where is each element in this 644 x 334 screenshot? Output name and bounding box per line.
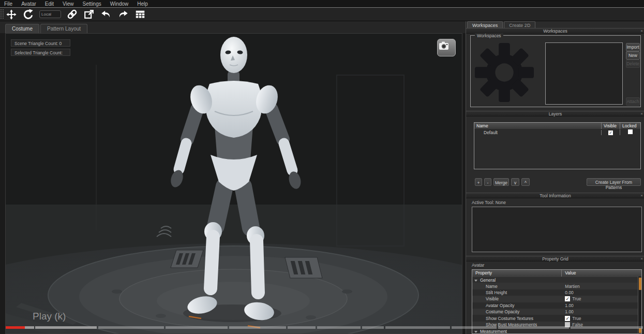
progress-segment: [385, 326, 450, 329]
property-grid-scrollbar[interactable]: [638, 277, 641, 333]
property-row[interactable]: Stilt Height 0.00: [472, 289, 641, 296]
progress-segment: [317, 326, 361, 329]
workspaces-list[interactable]: [545, 42, 623, 105]
menu-file[interactable]: File: [4, 1, 12, 7]
layers-section-header: Layers ×: [466, 111, 644, 117]
merge-layers-button[interactable]: Merge: [493, 178, 509, 186]
property-row[interactable]: Costume Opacity 1.00: [472, 309, 641, 315]
value-checkbox[interactable]: [565, 316, 570, 321]
visible-checkbox[interactable]: [608, 130, 613, 135]
create-layer-from-patterns-button[interactable]: Create Layer From Patterns: [587, 178, 641, 186]
progress-segment: [362, 326, 384, 329]
section-pin-icon[interactable]: ×: [640, 28, 643, 34]
tool-information-box: [472, 207, 642, 252]
app-window: { "menu_bar": { "items": ["File", "Avata…: [0, 0, 644, 334]
progress-segment: [35, 326, 97, 329]
locked-checkbox[interactable]: [628, 129, 633, 134]
column-locked[interactable]: Locked: [620, 123, 640, 129]
property-row[interactable]: Visible True: [472, 296, 641, 302]
menu-avatar[interactable]: Avatar: [21, 1, 36, 7]
viewport-3d[interactable]: Scene Triangle Count: 0 Selected Triangl…: [5, 33, 462, 334]
toolbar-grip[interactable]: [0, 9, 4, 20]
property-row[interactable]: Show Costume Textures True: [472, 315, 641, 321]
redo-button[interactable]: [117, 8, 129, 21]
property-grid-section-header: Property Grid ×: [466, 256, 644, 262]
selected-triangle-count: Selected Triangle Count:: [11, 49, 70, 56]
layer-name: Default: [474, 130, 601, 135]
column-name[interactable]: Name: [474, 123, 601, 129]
rotate-icon: [23, 9, 34, 20]
grid-view-button[interactable]: [134, 8, 146, 21]
progress-segment: [571, 326, 643, 329]
remove-layer-button[interactable]: -: [484, 178, 491, 186]
panel-tab-bar: Workspaces Create 2D: [467, 21, 535, 28]
move-icon: [6, 9, 17, 20]
rotate-tool-button[interactable]: [22, 8, 35, 21]
layer-buttons: + - Merge v ^ Create Layer From Patterns: [474, 178, 641, 186]
value-checkbox[interactable]: [565, 296, 570, 301]
layers-table: Name Visible Locked Default: [474, 122, 641, 169]
scene-triangle-count: Scene Triangle Count: 0: [11, 39, 70, 47]
workspaces-group-label: Workspaces: [475, 33, 503, 38]
move-layer-down-button[interactable]: v: [511, 178, 519, 186]
progress-segment: [288, 326, 316, 329]
export-icon: [83, 9, 95, 20]
new-button[interactable]: New: [626, 51, 640, 60]
main-tab-bar: Costume Pattern Layout: [0, 21, 466, 33]
property-group-row[interactable]: General: [472, 277, 641, 283]
menu-settings[interactable]: Settings: [83, 1, 101, 7]
tab-costume[interactable]: Costume: [5, 24, 39, 33]
tab-pattern-layout[interactable]: Pattern Layout: [40, 24, 87, 33]
property-grid-header-row: Property Value: [472, 270, 641, 277]
layer-row[interactable]: Default: [474, 129, 640, 136]
column-value[interactable]: Value: [562, 270, 641, 277]
camera-icon: [438, 39, 450, 52]
property-grid-table: Property Value General Name Martien Stil…: [472, 269, 642, 334]
attach-button[interactable]: Attach: [626, 97, 640, 106]
tab-create-2d[interactable]: Create 2D: [504, 21, 535, 28]
column-visible[interactable]: Visible: [601, 123, 620, 129]
active-tool-label: Active Tool: None: [472, 200, 506, 205]
workspaces-groupbox: Workspaces Import New Delete Attach: [470, 35, 641, 107]
property-row[interactable]: Avatar Opacity 1.00: [472, 302, 641, 309]
export-button[interactable]: [83, 8, 95, 21]
menu-view[interactable]: View: [63, 1, 74, 7]
toolbar: Local: [0, 7, 644, 21]
grid-icon: [134, 9, 146, 20]
property-grid-object-name: Avatar: [472, 263, 484, 268]
menu-window[interactable]: Window: [110, 1, 129, 7]
coordinate-space-select[interactable]: Local: [39, 10, 61, 18]
column-property[interactable]: Property: [472, 270, 562, 277]
add-layer-button[interactable]: +: [475, 178, 482, 186]
tab-workspaces[interactable]: Workspaces: [467, 21, 503, 28]
avatar-3d-scene: [6, 34, 462, 334]
delete-button[interactable]: Delete: [626, 60, 640, 68]
scrollbar-thumb[interactable]: [639, 278, 641, 290]
import-button[interactable]: Import: [626, 43, 640, 51]
section-pin-icon[interactable]: ×: [640, 256, 643, 262]
undo-icon: [100, 9, 112, 20]
menu-bar: File Avatar Edit View Settings Window He…: [0, 0, 644, 7]
move-layer-up-button[interactable]: ^: [521, 178, 530, 186]
redo-icon: [117, 9, 129, 20]
undo-button[interactable]: [100, 8, 112, 21]
link-icon: [66, 8, 78, 20]
collapse-chevron-icon[interactable]: [474, 331, 477, 333]
property-row[interactable]: Name Martien: [472, 283, 641, 289]
section-pin-icon[interactable]: ×: [640, 193, 643, 198]
move-tool-button[interactable]: [5, 8, 18, 21]
video-progress-bar[interactable]: [0, 326, 644, 329]
progress-segment: [6, 326, 25, 329]
progress-segment: [498, 326, 569, 329]
collapse-chevron-icon[interactable]: [474, 280, 477, 282]
screenshot-button[interactable]: [437, 39, 456, 56]
menu-edit[interactable]: Edit: [45, 1, 54, 7]
link-button[interactable]: [66, 8, 78, 21]
menu-help[interactable]: Help: [137, 1, 148, 7]
layers-table-header: Name Visible Locked: [474, 123, 640, 129]
section-pin-icon[interactable]: ×: [640, 111, 643, 117]
progress-segment: [229, 326, 286, 329]
progress-segment: [25, 326, 34, 329]
progress-segment: [98, 326, 164, 329]
play-tooltip: Play (k): [33, 311, 66, 322]
